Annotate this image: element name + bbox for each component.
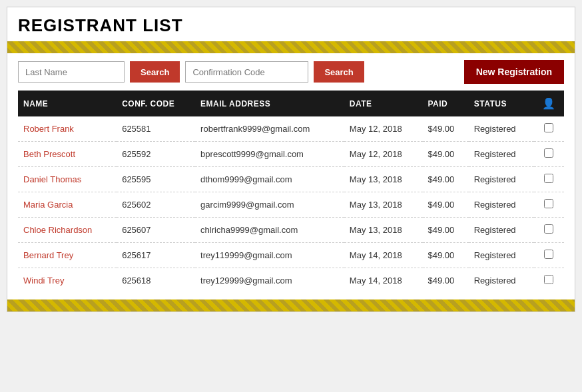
registrant-name-link[interactable]: Beth Prescott (23, 149, 75, 159)
cell-status: Registered (469, 268, 534, 294)
col-conf-code: CONF. CODE (117, 91, 195, 116)
registrant-table-wrapper: NAME CONF. CODE EMAIL ADDRESS DATE PAID … (7, 91, 575, 299)
cell-conf_code: 625607 (117, 218, 195, 243)
page-header: REGISTRANT LIST (7, 7, 575, 41)
gold-bar-top (7, 41, 575, 53)
row-checkbox[interactable] (544, 199, 553, 208)
new-registration-button[interactable]: New Registration (464, 60, 564, 84)
search-button-2[interactable]: Search (314, 61, 364, 83)
cell-conf_code: 625595 (117, 167, 195, 192)
table-row: Windi Trey625618trey129999@gmail.comMay … (18, 268, 564, 294)
cell-email: dthom9999@gmail.com (195, 167, 344, 192)
cell-email: garcim9999@gmail.com (195, 192, 344, 218)
cell-paid: $49.00 (423, 268, 469, 294)
table-row: Robert Frank625581robertfrank9999@gmail.… (18, 116, 564, 142)
table-row: Daniel Thomas625595dthom9999@gmail.comMa… (18, 167, 564, 192)
row-checkbox[interactable] (544, 123, 553, 132)
search-button-1[interactable]: Search (130, 61, 180, 83)
main-container: REGISTRANT LIST Search Search New Regist… (7, 7, 575, 312)
cell-email: trey119999@gmail.com (195, 243, 344, 268)
cell-checkbox (534, 218, 564, 243)
cell-status: Registered (469, 192, 534, 218)
cell-conf_code: 625602 (117, 192, 195, 218)
cell-paid: $49.00 (423, 116, 469, 142)
cell-paid: $49.00 (423, 243, 469, 268)
col-name: NAME (18, 91, 117, 116)
row-checkbox[interactable] (544, 148, 553, 158)
registrant-name-link[interactable]: Robert Frank (23, 124, 74, 134)
cell-date: May 13, 2018 (344, 192, 423, 218)
row-checkbox[interactable] (544, 250, 553, 259)
cell-checkbox (534, 243, 564, 268)
table-row: Bernard Trey625617trey119999@gmail.comMa… (18, 243, 564, 268)
col-email: EMAIL ADDRESS (195, 91, 344, 116)
last-name-input[interactable] (18, 61, 125, 83)
cell-paid: $49.00 (423, 142, 469, 167)
cell-status: Registered (469, 243, 534, 268)
table-body: Robert Frank625581robertfrank9999@gmail.… (18, 116, 564, 293)
row-checkbox[interactable] (544, 224, 553, 234)
cell-conf_code: 625618 (117, 268, 195, 294)
cell-paid: $49.00 (423, 192, 469, 218)
cell-checkbox (534, 142, 564, 167)
cell-date: May 12, 2018 (344, 142, 423, 167)
cell-paid: $49.00 (423, 167, 469, 192)
cell-date: May 14, 2018 (344, 243, 423, 268)
row-checkbox[interactable] (544, 174, 553, 183)
cell-checkbox (534, 116, 564, 142)
cell-email: chlricha9999@gmail.com (195, 218, 344, 243)
cell-status: Registered (469, 218, 534, 243)
cell-date: May 13, 2018 (344, 167, 423, 192)
registrant-name-link[interactable]: Bernard Trey (23, 250, 73, 260)
cell-date: May 13, 2018 (344, 218, 423, 243)
cell-checkbox (534, 268, 564, 294)
cell-email: bprescott9999@gmail.com (195, 142, 344, 167)
cell-paid: $49.00 (423, 218, 469, 243)
cell-status: Registered (469, 142, 534, 167)
table-row: Chloe Richardson625607chlricha9999@gmail… (18, 218, 564, 243)
cell-email: trey129999@gmail.com (195, 268, 344, 294)
table-header-row: NAME CONF. CODE EMAIL ADDRESS DATE PAID … (18, 91, 564, 116)
cell-email: robertfrank9999@gmail.com (195, 116, 344, 142)
registrant-name-link[interactable]: Daniel Thomas (23, 174, 81, 184)
cell-conf_code: 625617 (117, 243, 195, 268)
registrant-table: NAME CONF. CODE EMAIL ADDRESS DATE PAID … (18, 91, 564, 293)
col-status: STATUS (469, 91, 534, 116)
confirmation-code-input[interactable] (185, 61, 308, 83)
cell-status: Registered (469, 116, 534, 142)
table-row: Beth Prescott625592bprescott9999@gmail.c… (18, 142, 564, 167)
cell-status: Registered (469, 167, 534, 192)
col-paid: PAID (423, 91, 469, 116)
page-title: REGISTRANT LIST (18, 15, 564, 36)
table-row: Maria Garcia625602garcim9999@gmail.comMa… (18, 192, 564, 218)
cell-conf_code: 625592 (117, 142, 195, 167)
col-date: DATE (344, 91, 423, 116)
registrant-name-link[interactable]: Maria Garcia (23, 200, 73, 210)
cell-checkbox (534, 167, 564, 192)
gold-bar-bottom (7, 299, 575, 311)
col-action: 👤 (534, 91, 564, 116)
row-checkbox[interactable] (544, 275, 553, 284)
toolbar: Search Search New Registration (7, 53, 575, 91)
registrant-name-link[interactable]: Chloe Richardson (23, 225, 92, 235)
cell-conf_code: 625581 (117, 116, 195, 142)
cell-date: May 14, 2018 (344, 268, 423, 294)
registrant-name-link[interactable]: Windi Trey (23, 276, 64, 286)
cell-checkbox (534, 192, 564, 218)
cell-date: May 12, 2018 (344, 116, 423, 142)
